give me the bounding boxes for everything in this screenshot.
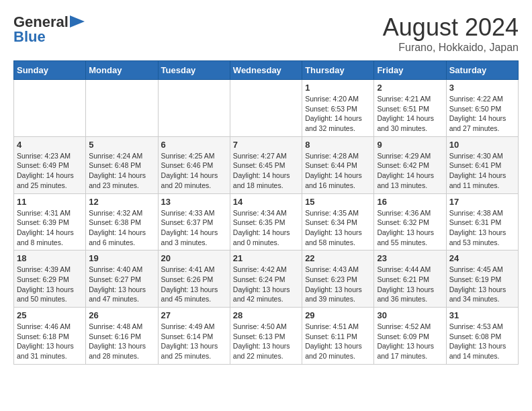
- calendar-cell: 18Sunrise: 4:39 AM Sunset: 6:29 PM Dayli…: [14, 250, 86, 308]
- calendar-cell: 6Sunrise: 4:25 AM Sunset: 6:46 PM Daylig…: [158, 136, 230, 193]
- day-number: 15: [305, 197, 371, 207]
- calendar-cell: 15Sunrise: 4:35 AM Sunset: 6:34 PM Dayli…: [302, 193, 374, 250]
- calendar-cell: 14Sunrise: 4:34 AM Sunset: 6:35 PM Dayli…: [230, 193, 302, 250]
- calendar-cell: 11Sunrise: 4:31 AM Sunset: 6:39 PM Dayli…: [14, 193, 86, 250]
- calendar-cell: 8Sunrise: 4:28 AM Sunset: 6:44 PM Daylig…: [302, 136, 374, 193]
- day-number: 11: [17, 197, 83, 207]
- svg-marker-0: [70, 15, 85, 28]
- day-info: Sunrise: 4:39 AM Sunset: 6:29 PM Dayligh…: [17, 265, 83, 304]
- day-info: Sunrise: 4:21 AM Sunset: 6:51 PM Dayligh…: [377, 94, 443, 134]
- calendar-cell: 27Sunrise: 4:49 AM Sunset: 6:14 PM Dayli…: [158, 308, 230, 365]
- calendar-header-row: Sunday Monday Tuesday Wednesday Thursday…: [14, 61, 519, 80]
- title-section: August 2024 Furano, Hokkaido, Japan: [383, 13, 519, 54]
- day-number: 12: [89, 197, 154, 207]
- header-thursday: Thursday: [302, 61, 374, 80]
- header-friday: Friday: [374, 61, 446, 80]
- calendar-cell: 28Sunrise: 4:50 AM Sunset: 6:13 PM Dayli…: [230, 308, 302, 365]
- calendar-week-5: 25Sunrise: 4:46 AM Sunset: 6:18 PM Dayli…: [14, 308, 519, 365]
- calendar-cell: 13Sunrise: 4:33 AM Sunset: 6:37 PM Dayli…: [158, 193, 230, 250]
- calendar-cell: 31Sunrise: 4:53 AM Sunset: 6:08 PM Dayli…: [446, 308, 518, 365]
- calendar-title: August 2024: [383, 13, 519, 42]
- header-tuesday: Tuesday: [158, 61, 230, 80]
- day-number: 10: [449, 140, 515, 150]
- day-number: 28: [233, 310, 299, 320]
- calendar-cell: [86, 80, 158, 137]
- day-number: 31: [449, 310, 515, 320]
- calendar-cell: 19Sunrise: 4:40 AM Sunset: 6:27 PM Dayli…: [86, 250, 158, 308]
- day-number: 26: [89, 310, 154, 320]
- day-info: Sunrise: 4:36 AM Sunset: 6:32 PM Dayligh…: [377, 208, 443, 248]
- header-monday: Monday: [86, 61, 158, 80]
- logo-blue-text: Blue: [13, 28, 46, 46]
- day-info: Sunrise: 4:20 AM Sunset: 6:53 PM Dayligh…: [305, 94, 371, 134]
- day-number: 7: [233, 140, 299, 150]
- day-number: 23: [377, 253, 443, 263]
- header-sunday: Sunday: [14, 61, 86, 80]
- day-number: 9: [377, 140, 443, 150]
- day-info: Sunrise: 4:51 AM Sunset: 6:11 PM Dayligh…: [305, 322, 371, 361]
- calendar-cell: 17Sunrise: 4:38 AM Sunset: 6:31 PM Dayli…: [446, 193, 518, 250]
- calendar-cell: 26Sunrise: 4:48 AM Sunset: 6:16 PM Dayli…: [86, 308, 158, 365]
- day-info: Sunrise: 4:52 AM Sunset: 6:09 PM Dayligh…: [377, 322, 443, 361]
- day-info: Sunrise: 4:38 AM Sunset: 6:31 PM Dayligh…: [449, 208, 515, 248]
- day-info: Sunrise: 4:27 AM Sunset: 6:45 PM Dayligh…: [233, 151, 299, 191]
- day-info: Sunrise: 4:30 AM Sunset: 6:41 PM Dayligh…: [449, 151, 515, 191]
- day-number: 22: [305, 253, 371, 263]
- day-info: Sunrise: 4:43 AM Sunset: 6:23 PM Dayligh…: [305, 265, 371, 304]
- day-number: 5: [89, 140, 154, 150]
- day-info: Sunrise: 4:40 AM Sunset: 6:27 PM Dayligh…: [89, 265, 154, 304]
- calendar-cell: 20Sunrise: 4:41 AM Sunset: 6:26 PM Dayli…: [158, 250, 230, 308]
- day-info: Sunrise: 4:33 AM Sunset: 6:37 PM Dayligh…: [161, 208, 227, 248]
- calendar-cell: 5Sunrise: 4:24 AM Sunset: 6:48 PM Daylig…: [86, 136, 158, 193]
- calendar-week-1: 1Sunrise: 4:20 AM Sunset: 6:53 PM Daylig…: [14, 80, 519, 137]
- calendar-cell: 10Sunrise: 4:30 AM Sunset: 6:41 PM Dayli…: [446, 136, 518, 193]
- calendar-cell: 21Sunrise: 4:42 AM Sunset: 6:24 PM Dayli…: [230, 250, 302, 308]
- day-info: Sunrise: 4:28 AM Sunset: 6:44 PM Dayligh…: [305, 151, 371, 191]
- calendar-cell: 23Sunrise: 4:44 AM Sunset: 6:21 PM Dayli…: [374, 250, 446, 308]
- day-info: Sunrise: 4:31 AM Sunset: 6:39 PM Dayligh…: [17, 208, 83, 248]
- day-number: 1: [305, 83, 371, 93]
- day-number: 2: [377, 83, 443, 93]
- day-number: 18: [17, 253, 83, 263]
- calendar-cell: 30Sunrise: 4:52 AM Sunset: 6:09 PM Dayli…: [374, 308, 446, 365]
- calendar-cell: 22Sunrise: 4:43 AM Sunset: 6:23 PM Dayli…: [302, 250, 374, 308]
- calendar-cell: 25Sunrise: 4:46 AM Sunset: 6:18 PM Dayli…: [14, 308, 86, 365]
- calendar-cell: [158, 80, 230, 137]
- day-number: 29: [305, 310, 371, 320]
- header-wednesday: Wednesday: [230, 61, 302, 80]
- calendar-week-2: 4Sunrise: 4:23 AM Sunset: 6:49 PM Daylig…: [14, 136, 519, 193]
- day-info: Sunrise: 4:49 AM Sunset: 6:14 PM Dayligh…: [161, 322, 227, 361]
- day-number: 8: [305, 140, 371, 150]
- calendar-cell: 3Sunrise: 4:22 AM Sunset: 6:50 PM Daylig…: [446, 80, 518, 137]
- day-info: Sunrise: 4:44 AM Sunset: 6:21 PM Dayligh…: [377, 265, 443, 304]
- day-info: Sunrise: 4:24 AM Sunset: 6:48 PM Dayligh…: [89, 151, 154, 191]
- day-number: 30: [377, 310, 443, 320]
- day-number: 3: [449, 83, 515, 93]
- day-info: Sunrise: 4:32 AM Sunset: 6:38 PM Dayligh…: [89, 208, 154, 248]
- day-info: Sunrise: 4:50 AM Sunset: 6:13 PM Dayligh…: [233, 322, 299, 361]
- day-number: 19: [89, 253, 154, 263]
- day-info: Sunrise: 4:46 AM Sunset: 6:18 PM Dayligh…: [17, 322, 83, 361]
- day-info: Sunrise: 4:42 AM Sunset: 6:24 PM Dayligh…: [233, 265, 299, 304]
- calendar-cell: 24Sunrise: 4:45 AM Sunset: 6:19 PM Dayli…: [446, 250, 518, 308]
- calendar-week-3: 11Sunrise: 4:31 AM Sunset: 6:39 PM Dayli…: [14, 193, 519, 250]
- day-info: Sunrise: 4:41 AM Sunset: 6:26 PM Dayligh…: [161, 265, 227, 304]
- page-header: General Blue August 2024 Furano, Hokkaid…: [13, 13, 519, 54]
- calendar-week-4: 18Sunrise: 4:39 AM Sunset: 6:29 PM Dayli…: [14, 250, 519, 308]
- day-number: 27: [161, 310, 227, 320]
- day-number: 16: [377, 197, 443, 207]
- day-number: 24: [449, 253, 515, 263]
- calendar-cell: [230, 80, 302, 137]
- day-number: 6: [161, 140, 227, 150]
- day-number: 20: [161, 253, 227, 263]
- calendar-cell: 16Sunrise: 4:36 AM Sunset: 6:32 PM Dayli…: [374, 193, 446, 250]
- calendar-cell: 29Sunrise: 4:51 AM Sunset: 6:11 PM Dayli…: [302, 308, 374, 365]
- day-info: Sunrise: 4:35 AM Sunset: 6:34 PM Dayligh…: [305, 208, 371, 248]
- day-info: Sunrise: 4:34 AM Sunset: 6:35 PM Dayligh…: [233, 208, 299, 248]
- calendar-cell: 7Sunrise: 4:27 AM Sunset: 6:45 PM Daylig…: [230, 136, 302, 193]
- day-info: Sunrise: 4:48 AM Sunset: 6:16 PM Dayligh…: [89, 322, 154, 361]
- day-number: 21: [233, 253, 299, 263]
- day-info: Sunrise: 4:22 AM Sunset: 6:50 PM Dayligh…: [449, 94, 515, 134]
- calendar-subtitle: Furano, Hokkaido, Japan: [383, 42, 519, 54]
- calendar-cell: 9Sunrise: 4:29 AM Sunset: 6:42 PM Daylig…: [374, 136, 446, 193]
